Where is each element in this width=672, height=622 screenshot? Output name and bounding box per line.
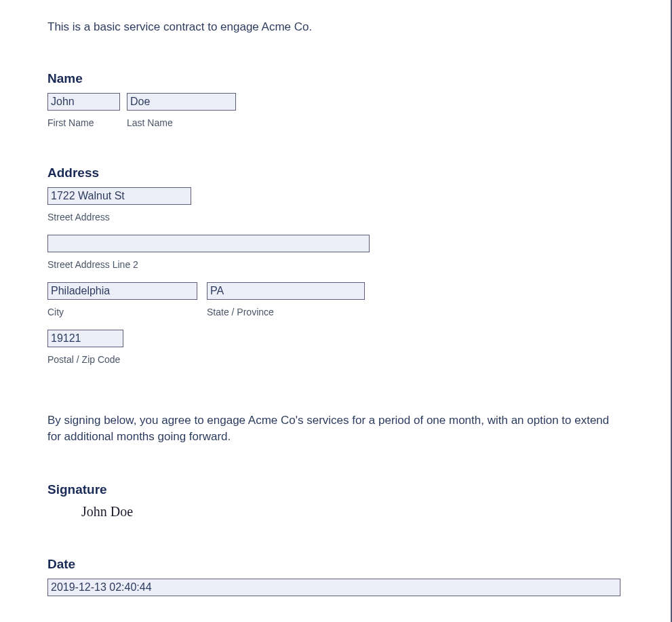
name-heading: Name	[47, 71, 623, 86]
street-address-2-label: Street Address Line 2	[47, 259, 623, 270]
address-section: Address Street Address Street Address Li…	[47, 166, 623, 365]
date-heading: Date	[47, 557, 623, 572]
state-input[interactable]	[207, 282, 365, 300]
signature-display: John Doe	[81, 504, 623, 520]
zip-label: Postal / Zip Code	[47, 354, 623, 365]
state-label: State / Province	[207, 307, 365, 317]
first-name-input[interactable]	[47, 93, 120, 111]
name-section: Name First Name Last Name	[47, 71, 623, 128]
intro-text: This is a basic service contract to enga…	[47, 20, 623, 34]
signature-heading: Signature	[47, 482, 623, 497]
street-address-label: Street Address	[47, 212, 623, 222]
first-name-label: First Name	[47, 117, 120, 128]
last-name-input[interactable]	[127, 93, 236, 111]
last-name-label: Last Name	[127, 117, 236, 128]
street-address-input[interactable]	[47, 187, 191, 205]
agreement-text: By signing below, you agree to engage Ac…	[47, 412, 623, 445]
street-address-2-input[interactable]	[47, 235, 370, 252]
date-input[interactable]	[47, 579, 620, 596]
zip-input[interactable]	[47, 330, 123, 347]
city-input[interactable]	[47, 282, 197, 300]
date-section: Date	[47, 557, 623, 596]
signature-section: Signature John Doe	[47, 482, 623, 520]
address-heading: Address	[47, 166, 623, 180]
city-label: City	[47, 307, 197, 317]
